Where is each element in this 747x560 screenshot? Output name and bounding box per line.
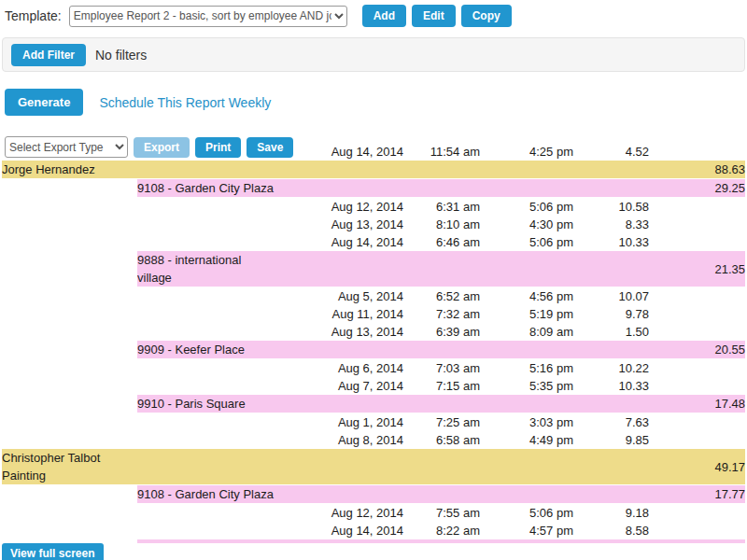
- detail-total-spacer-cell: [649, 147, 745, 161]
- detail-total-spacer-cell: [649, 287, 745, 306]
- print-button[interactable]: Print: [195, 137, 241, 158]
- start-time-cell: 7:03 am: [403, 359, 480, 378]
- export-row: Select Export Type Export Print Save: [5, 136, 293, 158]
- add-template-button[interactable]: Add: [362, 5, 406, 27]
- report-row-detail: Aug 14, 20148:22 am4:57 pm8.58: [2, 522, 745, 539]
- employee-spacer-cell: [137, 449, 649, 485]
- detail-spacer-cell: [137, 287, 303, 306]
- detail-total-spacer-cell: [649, 377, 745, 395]
- export-type-select[interactable]: Select Export Type: [5, 136, 128, 158]
- copy-template-button[interactable]: Copy: [461, 5, 512, 27]
- detail-indent-cell: [2, 198, 137, 217]
- hours-cell: 7.63: [573, 413, 649, 432]
- schedule-report-link[interactable]: Schedule This Report Weekly: [99, 95, 271, 110]
- start-time-cell: 6:31 am: [403, 198, 480, 217]
- detail-spacer-cell: [137, 305, 303, 323]
- job-name-cell: 9909 - Keefer Place: [137, 341, 649, 359]
- report-row-job: 9888 - international village21.35: [2, 251, 745, 287]
- hours-cell: 9.78: [573, 305, 649, 323]
- report-row-detail: Aug 13, 20148:10 am4:30 pm8.33: [2, 216, 745, 233]
- start-time-cell: 7:15 am: [403, 377, 480, 395]
- template-label: Template:: [5, 8, 62, 23]
- detail-total-spacer-cell: [649, 233, 745, 251]
- job-indent-cell: [2, 179, 137, 198]
- employee-name-cell: Jorge Hernandez: [2, 161, 137, 179]
- date-cell: Aug 11, 2014: [303, 305, 403, 323]
- detail-indent-cell: [2, 504, 137, 523]
- detail-spacer-cell: [137, 359, 303, 378]
- start-time-cell: 6:52 am: [403, 287, 480, 306]
- end-time-cell: 5:06 pm: [480, 504, 573, 523]
- detail-indent-cell: [2, 323, 137, 341]
- report-row-detail: Aug 11, 20147:32 am5:19 pm9.78: [2, 305, 745, 323]
- job-total-cell: 29.25: [649, 179, 745, 198]
- detail-spacer-cell: [137, 377, 303, 395]
- hours-cell: 10.58: [573, 198, 649, 217]
- employee-total-cell: 88.63: [649, 161, 745, 179]
- report-row-job: 9909 - Keefer Place20.55: [2, 341, 745, 359]
- report-row-detail: Aug 6, 20147:03 am5:16 pm10.22: [2, 359, 745, 378]
- detail-indent-cell: [2, 431, 137, 449]
- start-time-cell: 8:22 am: [403, 522, 480, 539]
- detail-spacer-cell: [137, 233, 303, 251]
- detail-spacer-cell: [137, 522, 303, 539]
- start-time-cell: 7:25 am: [403, 413, 480, 432]
- report-row-detail: Aug 5, 20146:52 am4:56 pm10.07: [2, 287, 745, 306]
- save-button[interactable]: Save: [247, 137, 293, 158]
- template-select[interactable]: Employee Report 2 - basic, sort by emplo…: [69, 6, 347, 27]
- detail-spacer-cell: [137, 216, 303, 233]
- report-table-body: Aug 14, 201411:54 am4:25 pm4.52Jorge Her…: [2, 147, 745, 543]
- detail-indent-cell: [2, 359, 137, 378]
- report-table-viewport[interactable]: Aug 14, 201411:54 am4:25 pm4.52Jorge Her…: [2, 147, 745, 543]
- start-time-cell: 6:39 am: [403, 323, 480, 341]
- end-time-cell: 4:56 pm: [480, 287, 573, 306]
- report-table: Aug 14, 201411:54 am4:25 pm4.52Jorge Her…: [2, 147, 745, 543]
- detail-total-spacer-cell: [649, 413, 745, 432]
- date-cell: Aug 12, 2014: [303, 504, 403, 523]
- edit-template-button[interactable]: Edit: [412, 5, 456, 27]
- report-row-employee: Christopher Talbot Painting49.17: [2, 449, 745, 485]
- end-time-cell: 5:06 pm: [480, 198, 573, 217]
- end-time-cell: 4:57 pm: [480, 522, 573, 539]
- detail-total-spacer-cell: [649, 359, 745, 378]
- date-cell: Aug 13, 2014: [303, 216, 403, 233]
- end-time-cell: 5:16 pm: [480, 359, 573, 378]
- template-bar: Template: Employee Report 2 - basic, sor…: [0, 0, 747, 32]
- detail-spacer-cell: [137, 323, 303, 341]
- export-button[interactable]: Export: [134, 137, 190, 158]
- view-full-screen-button[interactable]: View full screen: [2, 543, 104, 560]
- start-time-cell: 7:55 am: [403, 504, 480, 523]
- date-cell: Aug 13, 2014: [303, 323, 403, 341]
- report-row-detail: Aug 12, 20146:31 am5:06 pm10.58: [2, 198, 745, 217]
- hours-cell: 9.18: [573, 504, 649, 523]
- job-total-cell: 17.48: [649, 395, 745, 413]
- report-row-detail: Aug 12, 20147:55 am5:06 pm9.18: [2, 504, 745, 523]
- date-cell: Aug 5, 2014: [303, 287, 403, 306]
- detail-total-spacer-cell: [649, 216, 745, 233]
- detail-total-spacer-cell: [649, 504, 745, 523]
- job-name-cell: 9910 - Paris Square: [137, 395, 649, 413]
- employee-total-cell: 49.17: [649, 449, 745, 485]
- detail-indent-cell: [2, 522, 137, 539]
- detail-indent-cell: [2, 305, 137, 323]
- employee-name-cell: Christopher Talbot Painting: [2, 449, 137, 485]
- add-filter-button[interactable]: Add Filter: [11, 44, 86, 66]
- hours-cell: 8.58: [573, 522, 649, 539]
- footer: View full screen: [2, 543, 104, 560]
- job-indent-cell: [2, 341, 137, 359]
- end-time-cell: 3:03 pm: [480, 413, 573, 432]
- generate-button[interactable]: Generate: [5, 89, 83, 116]
- report-row-job: 9910 - Paris Square17.48: [2, 395, 745, 413]
- detail-total-spacer-cell: [649, 522, 745, 539]
- end-time-cell: 4:25 pm: [480, 147, 573, 161]
- end-time-cell: 5:35 pm: [480, 377, 573, 395]
- job-name-cell: 9108 - Garden City Plaza: [137, 179, 649, 198]
- date-cell: Aug 14, 2014: [303, 147, 403, 161]
- job-total-cell: 20.55: [649, 341, 745, 359]
- report-row-detail: Aug 7, 20147:15 am5:35 pm10.33: [2, 377, 745, 395]
- detail-spacer-cell: [137, 431, 303, 449]
- date-cell: Aug 7, 2014: [303, 377, 403, 395]
- job-indent-cell: [2, 251, 137, 287]
- hours-cell: 10.33: [573, 377, 649, 395]
- job-indent-cell: [2, 395, 137, 413]
